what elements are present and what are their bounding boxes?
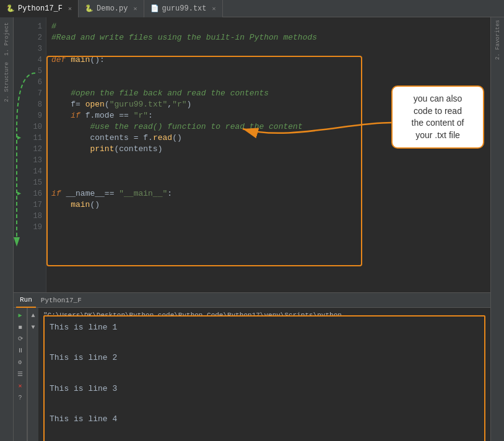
bottom-tab-run[interactable]: Run <box>16 293 36 308</box>
gutter-3 <box>14 43 25 55</box>
code-line-3 <box>51 43 485 55</box>
output-line-8 <box>50 427 479 441</box>
bottom-tab-bar: Run Python17_F <box>14 293 490 308</box>
gutter-7 <box>14 88 25 99</box>
help-button[interactable]: ? <box>15 393 25 403</box>
run-button[interactable]: ▶ <box>15 310 25 320</box>
code-line-4: def main(): <box>51 55 485 66</box>
scroll-up-button[interactable]: ▲ <box>28 310 38 320</box>
left-sidebar: 1. Project 2. Structure <box>0 17 14 441</box>
stop-button[interactable]: ◼ <box>15 322 25 332</box>
tab-demo-close[interactable]: ✕ <box>133 5 137 12</box>
tab-python17[interactable]: 🐍 Python17_F ✕ <box>0 0 79 17</box>
tab-demo-label: Demo.py <box>97 4 128 13</box>
txt-icon: 📄 <box>150 4 159 12</box>
right-sidebar: 2. Favorites <box>490 17 504 441</box>
output-line-5: This is line 3 <box>50 382 479 397</box>
code-line-5 <box>51 66 485 77</box>
output-line-1: This is line 1 <box>50 320 479 336</box>
tab-demo[interactable]: 🐍 Demo.py ✕ <box>79 0 144 17</box>
code-line-14 <box>51 166 485 177</box>
bottom-content: ▶ ◼ ⟳ ⏸ ⚙ ☰ ✕ ? ▲ ▼ <box>14 308 490 441</box>
tab-guru99-close[interactable]: ✕ <box>212 5 216 12</box>
callout-text: you can alsocode to readthe content ofyo… <box>412 94 464 140</box>
bottom-right-controls: ▲ ▼ <box>27 308 38 441</box>
gutter-16: ▶ <box>14 188 25 199</box>
filter-button[interactable]: ☰ <box>15 369 25 379</box>
gutter-10 <box>14 121 25 133</box>
gutter-13 <box>14 155 25 166</box>
scroll-down-button[interactable]: ▼ <box>28 322 38 332</box>
tab-guru99[interactable]: 📄 guru99.txt ✕ <box>144 0 223 17</box>
code-line-1: # <box>51 21 485 32</box>
callout-box: you can alsocode to readthe content ofyo… <box>391 85 484 149</box>
sidebar-favorites-label[interactable]: 2. Favorites <box>493 17 502 63</box>
editor-area: ▶ ▶ 12345 678910 1112131415 16171819 <box>14 17 490 441</box>
bottom-panel: Run Python17_F ▶ ◼ ⟳ ⏸ ⚙ ☰ ✕ ? <box>14 292 490 441</box>
gutter-8 <box>14 99 25 110</box>
gutter-1 <box>14 21 25 32</box>
code-line-19 <box>51 222 485 233</box>
output-line-2 <box>50 336 479 351</box>
python-icon-2: 🐍 <box>85 4 93 12</box>
code-content[interactable]: # #Read and write files using the built-… <box>46 17 490 292</box>
gutter-14 <box>14 166 25 177</box>
code-line-16: if __name__== "__main__": <box>51 188 485 199</box>
code-line-2: #Read and write files using the built-in… <box>51 32 485 43</box>
gutter-2 <box>14 32 25 43</box>
gutter: ▶ ▶ <box>14 17 25 292</box>
tab-bar: 🐍 Python17_F ✕ 🐍 Demo.py ✕ 📄 guru99.txt … <box>0 0 504 17</box>
tab-python17-close[interactable]: ✕ <box>68 5 72 12</box>
sidebar-structure-label[interactable]: 2. Structure <box>2 59 11 105</box>
gutter-19 <box>14 222 25 233</box>
gutter-15 <box>14 177 25 188</box>
gutter-5 <box>14 66 25 77</box>
output-line-3: This is line 2 <box>50 351 479 366</box>
code-line-17: main() <box>51 199 485 211</box>
tab-python17-label: Python17_F <box>18 4 63 13</box>
gutter-17 <box>14 199 25 211</box>
code-editor: ▶ ▶ 12345 678910 1112131415 16171819 <box>14 17 490 292</box>
line-numbers: 12345 678910 1112131415 16171819 <box>25 17 46 292</box>
clear-button[interactable]: ✕ <box>15 381 25 391</box>
tab-guru99-label: guru99.txt <box>162 4 207 13</box>
gutter-4 <box>14 55 25 66</box>
rerun-button[interactable]: ⟳ <box>15 334 25 344</box>
python-icon: 🐍 <box>6 4 15 12</box>
gutter-6 <box>14 77 25 88</box>
sidebar-project-label[interactable]: 1. Project <box>2 20 11 58</box>
output-line-7: This is line 4 <box>50 412 479 427</box>
app-window: 🐍 Python17_F ✕ 🐍 Demo.py ✕ 📄 guru99.txt … <box>0 0 504 441</box>
gutter-11: ▶ <box>14 133 25 144</box>
output-line-4 <box>50 366 479 382</box>
run-path: "C:\Users\DK\Desktop\Python code\Python … <box>43 310 485 315</box>
gutter-18 <box>14 211 25 222</box>
pause-button[interactable]: ⏸ <box>15 346 25 356</box>
output-line-6 <box>50 396 479 412</box>
settings-button[interactable]: ⚙ <box>15 357 25 367</box>
code-line-18 <box>51 211 485 222</box>
bottom-left-controls: ▶ ◼ ⟳ ⏸ ⚙ ☰ ✕ ? <box>14 308 27 441</box>
output-area: "C:\Users\DK\Desktop\Python code\Python … <box>38 308 490 441</box>
output-box: This is line 1 This is line 2 This is li… <box>43 315 485 441</box>
bottom-file-label: Python17_F <box>41 297 82 304</box>
gutter-9 <box>14 110 25 121</box>
main-layout: 1. Project 2. Structure <box>0 17 504 441</box>
code-line-15 <box>51 177 485 188</box>
code-line-13 <box>51 155 485 166</box>
gutter-12 <box>14 144 25 155</box>
